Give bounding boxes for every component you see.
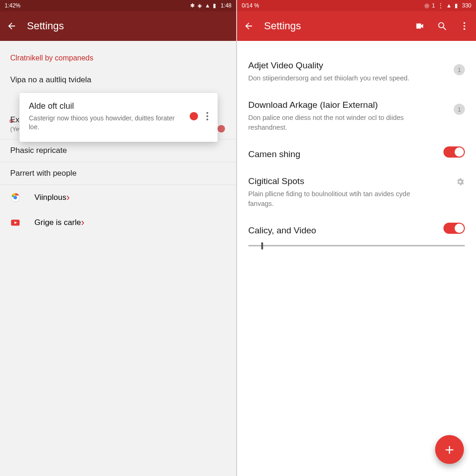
link-label: Grige is carle: [34, 218, 81, 227]
setting-item-video-quality[interactable]: Adjet Video Quality Don stiiperindersorg…: [248, 53, 465, 93]
right-phone: 0/14 % ◎1⋮▲▮ 330 Settings: [237, 0, 476, 476]
chevron-right-icon: ›: [66, 192, 70, 204]
row-title: Phasic repricate: [10, 146, 67, 155]
card-body: Casterigr now thioos yous howvider, duit…: [29, 114, 185, 132]
record-dot-icon[interactable]: [190, 112, 198, 120]
setting-row-parrert[interactable]: Parrert with people: [0, 162, 236, 185]
slider[interactable]: [248, 245, 465, 246]
item-title: Calicy, and Video: [248, 225, 465, 236]
left-phone: 1:42% ✱◈▲▮ 1:48 Settings Clratnikell by …: [0, 0, 237, 476]
row-title: Parrert with people: [10, 169, 77, 178]
status-icons: ◎1⋮▲▮ 330: [422, 2, 471, 9]
chrome-icon: [10, 192, 20, 203]
card-title: Alde oft cluil: [29, 101, 185, 111]
video-icon[interactable]: [415, 21, 425, 31]
popup-card[interactable]: Alde oft cluil Casterigr now thioos yous…: [20, 93, 218, 142]
count-badge: 1: [454, 64, 465, 75]
fab-add-button[interactable]: +: [435, 435, 464, 464]
link-row-chrome[interactable]: Viinplous ›: [0, 185, 236, 210]
youtube-icon: [10, 218, 20, 228]
status-bar: 0/14 % ◎1⋮▲▮ 330: [237, 0, 476, 11]
search-icon[interactable]: [437, 21, 447, 31]
more-menu-icon[interactable]: [206, 112, 208, 120]
app-bar: Settings: [0, 11, 236, 41]
plus-icon: +: [445, 441, 454, 459]
settings-list: Adjet Video Quality Don stiiperindersorg…: [237, 41, 476, 256]
small-icon: ⟳: [9, 118, 14, 125]
link-label: Viinplous: [34, 193, 66, 202]
toggle-switch[interactable]: [443, 223, 465, 234]
more-icon[interactable]: [459, 21, 469, 31]
setting-item-calicy[interactable]: Calicy, and Video: [248, 218, 465, 256]
app-bar: Settings: [237, 11, 476, 41]
svg-point-1: [13, 196, 17, 199]
slider-thumb[interactable]: [261, 242, 263, 250]
gear-icon[interactable]: [456, 177, 465, 188]
svg-point-6: [463, 25, 465, 27]
item-desc: Don stiiperindersorg and set thiiolarh y…: [248, 73, 425, 83]
setting-item-download[interactable]: Download Arkage (Iaior External) Don pal…: [248, 93, 465, 142]
status-time: 0/14 %: [242, 2, 259, 9]
setting-item-cigitical[interactable]: Cigitical Spots Plain pllicne fiding to …: [248, 169, 465, 218]
item-desc: Don palice one diess not the not winder …: [248, 113, 425, 132]
chevron-right-icon: ›: [81, 217, 84, 229]
svg-point-7: [463, 28, 465, 30]
svg-point-5: [463, 22, 465, 24]
item-title: Download Arkage (Iaior External): [248, 100, 465, 110]
toggle-switch[interactable]: [443, 146, 465, 158]
svg-line-4: [443, 27, 446, 30]
section-header: Clratnikell by companeds: [0, 49, 236, 69]
svg-point-3: [439, 23, 444, 28]
setting-item-camen[interactable]: Camen shing: [248, 142, 465, 169]
setting-row-phasic[interactable]: Phasic repricate: [0, 139, 236, 162]
link-row-youtube[interactable]: Grige is carle ›: [0, 210, 236, 235]
back-icon[interactable]: [7, 21, 17, 31]
status-time: 1:42%: [5, 2, 20, 9]
item-title: Camen shing: [248, 149, 465, 159]
page-title: Settings: [264, 20, 301, 32]
status-bar: 1:42% ✱◈▲▮ 1:48: [0, 0, 236, 11]
caption-text: Vipa no a aultliq tvidela: [10, 75, 92, 85]
item-title: Adjet Video Quality: [248, 60, 465, 71]
item-title: Cigitical Spots: [248, 176, 465, 186]
status-icons: ✱◈▲▮ 1:48: [187, 2, 231, 9]
item-desc: Plain pllicne fiding to boulnolitiout wt…: [248, 189, 425, 209]
page-title: Settings: [27, 20, 64, 32]
count-badge: 1: [454, 104, 465, 115]
back-icon[interactable]: [244, 21, 254, 31]
